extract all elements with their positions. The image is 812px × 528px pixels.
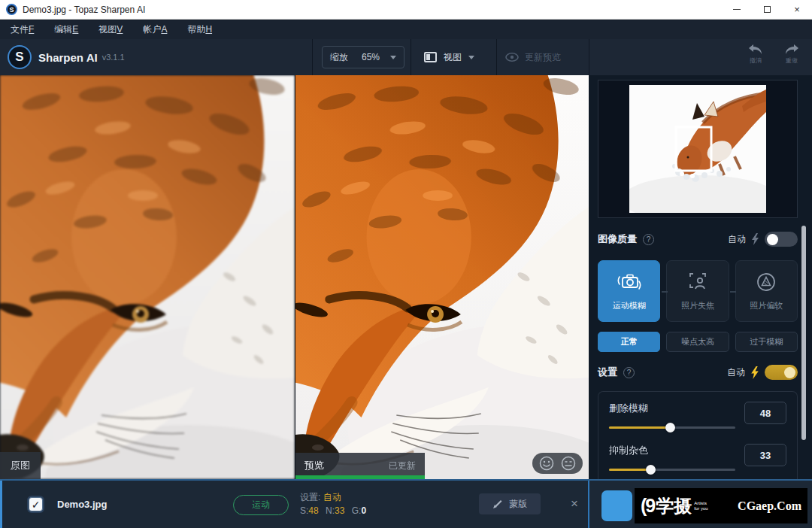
side-panel: 图像质量 ? 自动 运动模糊 xyxy=(589,75,812,479)
lightning-icon xyxy=(751,233,759,245)
mask-button[interactable]: 蒙版 xyxy=(479,493,541,514)
connector-line xyxy=(662,291,668,293)
toolbar-separator xyxy=(496,39,497,75)
navigator-preview[interactable] xyxy=(598,80,798,218)
update-preview-button[interactable]: 更新预览 xyxy=(505,46,561,68)
happy-face-button[interactable] xyxy=(538,455,555,472)
watermark-site: CGaep.Com xyxy=(738,499,801,513)
panel-scrollbar[interactable] xyxy=(801,226,806,440)
zoom-dropdown[interactable]: 缩放 65% xyxy=(322,46,404,68)
mode-label: 照片偏软 xyxy=(750,300,783,311)
condition-very-noisy[interactable]: 噪点太高 xyxy=(666,332,729,352)
suppress-noise-slider-row: 抑制杂色 33 xyxy=(609,444,786,483)
file-settings-summary: 设置: 自动 S:48 N:33 G:0 xyxy=(300,490,366,517)
undo-button[interactable]: 撤消 xyxy=(744,43,767,65)
settings-auto-toggle[interactable] xyxy=(765,365,798,380)
sliders-panel: 删除模糊 48 抑制杂色 33 xyxy=(598,391,798,489)
bottom-bar: ✓ Demo3.jpg 运动 设置: 自动 S:48 N:33 G:0 蒙版 ×… xyxy=(0,479,812,528)
condition-normal[interactable]: 正常 xyxy=(598,332,660,352)
soft-cone-icon xyxy=(754,271,778,293)
title-bar: S Demo3.jpg - Topaz Sharpen AI × xyxy=(0,0,812,20)
watermark-tagline: Artists for you xyxy=(694,501,710,511)
preview-tag: 预览 已更新 xyxy=(295,453,425,479)
zoom-value: 65% xyxy=(362,52,380,62)
view-dropdown[interactable]: 视图 xyxy=(420,46,479,68)
menu-file[interactable]: 文件F xyxy=(11,23,34,36)
watermark-blue-square xyxy=(601,490,632,521)
redo-button[interactable]: 重做 xyxy=(780,43,803,65)
minimize-icon xyxy=(733,9,741,10)
help-icon[interactable]: ? xyxy=(643,234,654,245)
remove-file-button[interactable]: × xyxy=(565,495,583,513)
mode-label: 照片失焦 xyxy=(681,300,714,311)
condition-very-blurry[interactable]: 过于模糊 xyxy=(735,332,798,352)
slider-fill xyxy=(609,469,650,471)
remove-blur-slider-row: 删除模糊 48 xyxy=(609,402,786,441)
blur-mode-buttons: 运动模糊 照片失焦 照片偏软 xyxy=(598,260,798,322)
remove-blur-value[interactable]: 48 xyxy=(744,402,786,424)
file-checkbox[interactable]: ✓ xyxy=(29,497,43,511)
app-icon: S xyxy=(6,4,17,15)
mode-motion-blur[interactable]: 运动模糊 xyxy=(598,260,660,322)
undo-label: 撤消 xyxy=(750,56,762,65)
preview-label: 预览 xyxy=(304,459,324,472)
close-button[interactable]: × xyxy=(782,0,812,19)
view-label: 视图 xyxy=(444,51,462,64)
toolbar-separator xyxy=(589,39,589,75)
watermark-cg-logo: (9 xyxy=(641,495,654,517)
toolbar-separator xyxy=(411,39,411,75)
sharpen-ai-logo: S xyxy=(8,45,32,69)
feedback-buttons xyxy=(532,453,583,474)
menu-bar: 文件F 编辑E 视图V 帐户A 帮助H xyxy=(0,20,812,39)
settings-title: 设置 xyxy=(598,366,617,379)
suppress-noise-value[interactable]: 33 xyxy=(744,444,786,466)
mode-too-soft[interactable]: 照片偏软 xyxy=(735,260,798,322)
quality-header-row: 图像质量 ? 自动 xyxy=(598,232,798,247)
maximize-icon xyxy=(764,6,771,13)
zoom-label: 缩放 xyxy=(330,51,348,64)
split-view-icon xyxy=(424,52,437,62)
menu-view[interactable]: 视图V xyxy=(98,23,123,36)
remove-blur-slider[interactable] xyxy=(609,426,735,429)
image-viewer: 原图 预览 已更新 xyxy=(0,75,589,479)
settings-auto-label: 自动 xyxy=(727,366,745,379)
original-image-pane[interactable]: 原图 xyxy=(0,75,295,479)
preview-fox-image xyxy=(295,75,589,479)
connector-line xyxy=(730,291,736,293)
mode-out-of-focus[interactable]: 照片失焦 xyxy=(666,260,729,322)
maximize-button[interactable] xyxy=(752,0,782,19)
navigator-thumbnail xyxy=(629,85,766,213)
watermark-banner: (9 学摄 Artists for you CGaep.Com xyxy=(635,488,807,523)
original-tag: 原图 xyxy=(0,452,41,479)
preview-status: 已更新 xyxy=(389,460,416,472)
chevron-down-icon xyxy=(468,56,474,59)
toolbar-separator xyxy=(312,39,313,75)
mode-label: 运动模糊 xyxy=(613,300,646,311)
mode-pill-button[interactable]: 运动 xyxy=(233,495,289,515)
app-name: Sharpen AI xyxy=(38,51,98,64)
minimize-button[interactable] xyxy=(722,0,752,19)
close-icon: × xyxy=(794,4,800,15)
toggle-knob xyxy=(767,234,778,245)
menu-account[interactable]: 帐户A xyxy=(143,23,167,36)
window-controls: × xyxy=(722,0,812,19)
quality-auto-toggle[interactable] xyxy=(765,232,798,247)
brush-icon xyxy=(492,499,503,509)
preview-image-pane[interactable]: 预览 已更新 xyxy=(295,75,589,479)
slider-knob[interactable] xyxy=(646,465,656,475)
menu-edit[interactable]: 编辑E xyxy=(54,23,78,36)
help-icon[interactable]: ? xyxy=(623,367,635,378)
selected-file-accent xyxy=(0,481,2,528)
check-icon: ✓ xyxy=(32,499,41,511)
app-version: v3.1.1 xyxy=(102,53,125,62)
slider-knob[interactable] xyxy=(665,423,675,432)
toggle-knob xyxy=(784,367,795,378)
meh-face-button[interactable] xyxy=(560,455,577,472)
menu-help[interactable]: 帮助H xyxy=(187,23,212,36)
focus-person-icon xyxy=(686,271,710,293)
suppress-noise-slider[interactable] xyxy=(609,469,735,471)
original-fox-image xyxy=(0,75,295,479)
slider-fill xyxy=(609,426,670,429)
eye-icon xyxy=(505,53,519,62)
redo-label: 重做 xyxy=(786,56,798,65)
